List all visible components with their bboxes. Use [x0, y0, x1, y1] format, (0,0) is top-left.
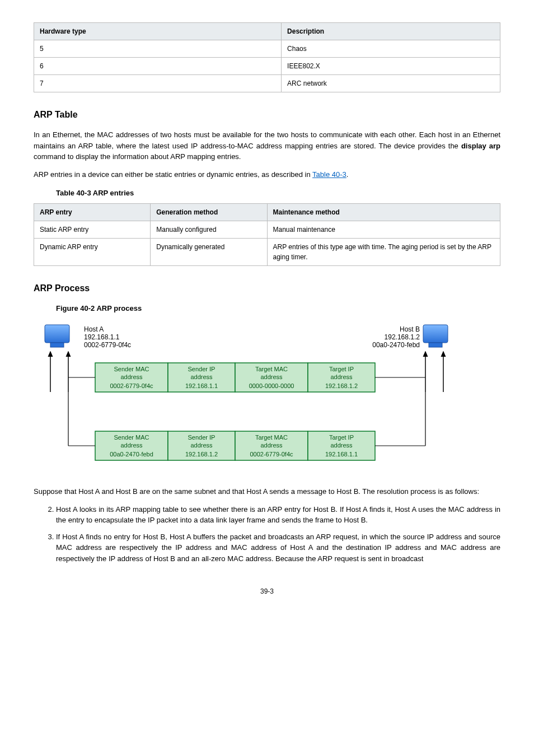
link-table-40-3[interactable]: Table 40-3	[312, 170, 346, 179]
svg-text:192.168.1.1: 192.168.1.1	[185, 382, 218, 389]
host-a-mac: 0002-6779-0f4c	[84, 341, 131, 349]
svg-text:address: address	[120, 442, 143, 449]
command-display-arp: display arp	[461, 142, 500, 150]
svg-rect-3	[429, 343, 442, 347]
host-a-icon	[45, 325, 69, 347]
table-row: 6 IEEE802.X	[34, 58, 500, 75]
figure-arp-process: Host A 192.168.1.1 0002-6779-0f4c Host B…	[34, 319, 500, 470]
host-a-name: Host A	[84, 325, 104, 333]
table-row: 7 ARC network	[34, 75, 500, 92]
svg-text:address: address	[190, 442, 213, 449]
svg-text:address: address	[260, 442, 283, 449]
table-row: Static ARP entry Manually configured Man…	[34, 221, 500, 238]
svg-text:Target MAC: Target MAC	[255, 434, 288, 441]
svg-text:address: address	[260, 374, 283, 380]
heading-arp-table: ARP Table	[34, 108, 500, 122]
caption-table-40-3: Table 40-3 ARP entries	[56, 188, 500, 199]
paragraph-arp-entries-ref: ARP entries in a device can either be st…	[34, 169, 500, 180]
svg-text:0000-0000-0000: 0000-0000-0000	[249, 382, 294, 389]
table1-header-desc: Description	[282, 23, 500, 40]
heading-arp-process: ARP Process	[34, 282, 500, 295]
page-number: 39-3	[34, 586, 500, 596]
ordered-list-steps: Host A looks in its ARP mapping table to…	[45, 504, 500, 564]
svg-text:0002-6779-0f4c: 0002-6779-0f4c	[110, 382, 153, 389]
svg-text:0002-6779-0f4c: 0002-6779-0f4c	[250, 451, 293, 458]
table-hardware-types: Hardware type Description 5 Chaos 6 IEEE…	[34, 22, 500, 92]
table2-header-maint: Maintenance method	[267, 203, 500, 221]
table-arp-entries: ARP entry Generation method Maintenance …	[34, 203, 500, 266]
svg-text:Sender MAC: Sender MAC	[114, 434, 149, 441]
svg-text:192.168.1.2: 192.168.1.2	[325, 382, 358, 389]
svg-text:00a0-2470-febd: 00a0-2470-febd	[110, 451, 153, 458]
svg-text:address: address	[330, 374, 353, 380]
packet-reply-row: Sender MAC address 00a0-2470-febd Sender…	[95, 431, 375, 460]
svg-text:Sender IP: Sender IP	[188, 366, 216, 372]
svg-text:Target IP: Target IP	[329, 434, 354, 441]
paragraph-arp-process-intro: Suppose that Host A and Host B are on th…	[34, 486, 500, 497]
svg-text:192.168.1.1: 192.168.1.1	[325, 451, 358, 458]
packet-request-row: Sender MAC address 0002-6779-0f4c Sender…	[95, 363, 375, 392]
svg-rect-1	[50, 343, 64, 347]
host-a-ip: 192.168.1.1	[84, 333, 120, 341]
svg-text:address: address	[120, 374, 143, 380]
host-b-mac: 00a0-2470-febd	[372, 341, 420, 349]
caption-figure-40-2: Figure 40-2 ARP process	[56, 303, 500, 314]
svg-rect-0	[45, 325, 69, 343]
table2-header-entry: ARP entry	[34, 203, 151, 221]
host-b-name: Host B	[400, 325, 420, 333]
svg-text:Sender MAC: Sender MAC	[114, 366, 149, 372]
list-item-step2: Host A looks in its ARP mapping table to…	[56, 504, 500, 526]
table1-header-type: Hardware type	[34, 23, 282, 40]
table2-header-gen: Generation method	[151, 203, 267, 221]
svg-rect-2	[423, 325, 448, 343]
list-item-step3: If Host A finds no entry for Host B, Hos…	[56, 531, 500, 564]
svg-text:Sender IP: Sender IP	[188, 434, 216, 441]
svg-text:address: address	[190, 374, 213, 380]
table-row: Dynamic ARP entry Dynamically generated …	[34, 238, 500, 265]
host-b-ip: 192.168.1.2	[385, 333, 420, 341]
svg-text:address: address	[330, 442, 353, 449]
svg-text:192.168.1.2: 192.168.1.2	[185, 451, 218, 458]
host-b-icon	[423, 325, 448, 347]
svg-text:Target MAC: Target MAC	[255, 366, 288, 372]
svg-text:Target IP: Target IP	[329, 366, 354, 372]
paragraph-arp-table-intro: In an Ethernet, the MAC addresses of two…	[34, 129, 500, 162]
table-row: 5 Chaos	[34, 40, 500, 58]
